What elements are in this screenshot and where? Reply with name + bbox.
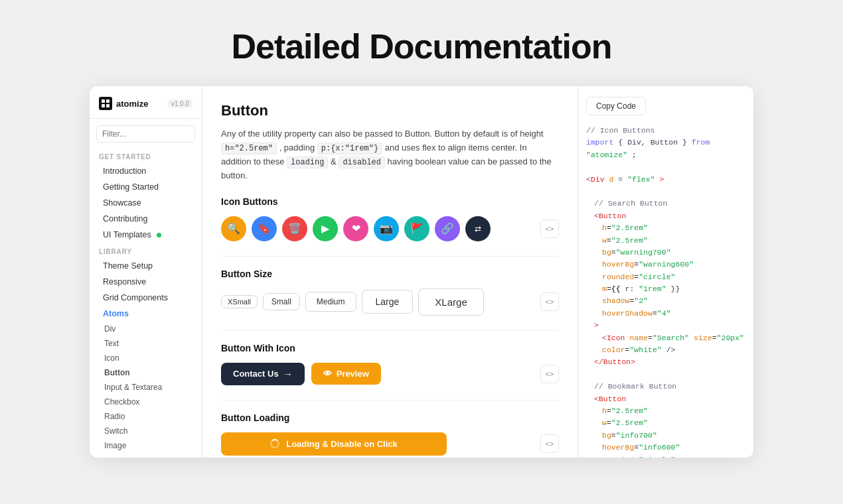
sidebar-sub-input[interactable]: Input & Textarea <box>90 380 202 395</box>
code-attr-m: m={{ r: "1rem" }} <box>602 283 745 295</box>
code-div-open: <Div d = "flex" > <box>586 174 745 186</box>
code-comment-3: // Bookmark Button <box>594 381 745 393</box>
code-attr-w: w="2.5rem" <box>602 235 745 247</box>
library-label: LIBRARY <box>90 243 202 258</box>
code-icon-line: <Icon name="Search" size="20px" color="w… <box>602 332 745 357</box>
btn-with-icon-list: Contact Us → 👁 Preview <box>221 363 381 385</box>
desc-code2: p:{x:"1rem"} <box>317 143 382 155</box>
button-with-icon-row: Contact Us → 👁 Preview <> <box>221 363 559 385</box>
sidebar-sub-radio[interactable]: Radio <box>90 409 202 424</box>
preview-button[interactable]: 👁 Preview <box>311 363 381 385</box>
sidebar-item-introduction[interactable]: Introduction <box>94 163 198 179</box>
icon-btn-trash[interactable]: 🗑️ <box>282 216 307 241</box>
svg-rect-2 <box>102 104 105 107</box>
code-attr-shadow: shadow="2" <box>602 295 745 307</box>
loading-spinner-icon <box>270 439 279 448</box>
svg-rect-0 <box>102 99 105 103</box>
sidebar-item-contributing[interactable]: Contributing <box>94 211 198 227</box>
button-size-title: Button Size <box>221 269 559 279</box>
code-btn-open: <Button <box>594 210 745 222</box>
sidebar-section-library: LIBRARY Theme Setup Responsive Grid Comp… <box>90 243 202 322</box>
icon-btn-bookmark[interactable]: 🔖 <box>252 216 277 241</box>
button-icon-expand-btn[interactable]: <> <box>540 365 559 383</box>
icon-buttons-title: Icon Buttons <box>221 196 559 207</box>
button-with-icon-title: Button With Icon <box>221 343 559 353</box>
section-title: Button <box>221 102 559 119</box>
code-btn-close-bracket: > <box>594 320 745 332</box>
divider-2 <box>221 330 559 331</box>
code-import-line: import { Div, Button } from "atomize" ; <box>586 137 745 161</box>
sidebar-section-get-started: GET STARTED Introduction Getting Started… <box>90 148 202 243</box>
sidebar-item-showcase[interactable]: Showcase <box>94 195 198 211</box>
btn-large[interactable]: Large <box>362 290 414 314</box>
btn-medium[interactable]: Medium <box>305 292 356 312</box>
contact-us-button[interactable]: Contact Us → <box>221 363 305 385</box>
logo-version: v1.0.0 <box>168 99 192 108</box>
sidebar-item-responsive[interactable]: Responsive <box>94 274 198 290</box>
sidebar-item-grid-components[interactable]: Grid Components <box>94 290 198 306</box>
code-btn-end: </Button> <box>594 356 745 368</box>
size-buttons-list: XSmall Small Medium Large XLarge <box>221 288 484 316</box>
icon-btn-flag[interactable]: 🚩 <box>404 216 429 241</box>
code-attr-hoverbg: hoverBg="warning600" <box>602 259 745 271</box>
sidebar-sub-div[interactable]: Div <box>90 322 202 336</box>
btn-xlarge[interactable]: XLarge <box>418 288 483 316</box>
code-btn2-open: <Button <box>594 393 745 405</box>
button-size-section: Button Size XSmall Small Medium Large XL… <box>221 269 559 316</box>
svg-rect-3 <box>106 104 110 107</box>
code-panel: Copy Code // Icon Buttons import { Div, … <box>577 86 753 458</box>
sidebar-sub-icon[interactable]: Icon <box>90 351 202 365</box>
logo-text: atomize <box>116 99 148 109</box>
description: Any of the utility property can also be … <box>221 127 559 183</box>
hero-title: Detailed Documentation <box>0 0 843 86</box>
icon-btn-search[interactable]: 🔍 <box>221 216 246 241</box>
icon-btn-link[interactable]: 🔗 <box>435 216 460 241</box>
code-attr-bg: bg="warning700" <box>602 247 745 259</box>
code-comment-2: // Search Button <box>594 198 745 210</box>
loading-expand-btn[interactable]: <> <box>540 434 559 453</box>
button-loading-section: Button Loading Loading & Disable on Clic… <box>221 412 559 456</box>
loading-disable-button[interactable]: Loading & Disable on Click <box>221 432 447 456</box>
divider-3 <box>221 400 559 401</box>
sidebar-filter-input[interactable] <box>96 125 195 143</box>
icon-btn-heart[interactable]: ❤ <box>343 216 368 241</box>
logo-icon <box>99 97 112 110</box>
sidebar-sub-image[interactable]: Image <box>90 438 202 453</box>
icon-btn-play[interactable]: ▶ <box>313 216 338 241</box>
copy-code-button[interactable]: Copy Code <box>586 97 646 115</box>
sidebar-item-theme-setup[interactable]: Theme Setup <box>94 258 198 274</box>
icon-btn-arrows[interactable]: ⇄ <box>465 216 491 241</box>
icon-buttons-section: Icon Buttons 🔍 🔖 🗑️ ▶ ❤ 📷 🚩 🔗 ⇄ <> <box>221 196 559 241</box>
icon-buttons-expand-btn[interactable]: <> <box>540 220 559 238</box>
button-loading-title: Button Loading <box>221 412 559 423</box>
btn-small[interactable]: Small <box>263 293 300 310</box>
code-attr-rounded2: rounded="circle" <box>602 454 745 458</box>
code-attr-h2: h="2.5rem" <box>602 405 745 417</box>
sidebar-item-ui-templates[interactable]: UI Templates <box>94 227 198 243</box>
sidebar-sub-switch[interactable]: Switch <box>90 424 202 438</box>
button-size-row: XSmall Small Medium Large XLarge <> <box>221 288 559 316</box>
code-attr-hovershadow: hoverShadow="4" <box>602 308 745 320</box>
desc-code3: loading <box>287 157 328 168</box>
code-attr-h: h="2.5rem" <box>602 222 745 234</box>
button-size-expand-btn[interactable]: <> <box>540 292 559 311</box>
btn-xsmall[interactable]: XSmall <box>221 295 258 308</box>
main-content: Button Any of the utility property can a… <box>202 86 577 458</box>
code-attr-hoverbg2: hoverBg="info600" <box>602 442 745 454</box>
page-wrapper: Detailed Documentation atomize v1.0.0 G <box>0 0 843 504</box>
button-with-icon-section: Button With Icon Contact Us → 👁 Preview … <box>221 343 559 385</box>
sidebar-logo: atomize v1.0.0 <box>90 97 202 119</box>
icon-btn-camera[interactable]: 📷 <box>374 216 399 241</box>
sidebar-sub-text[interactable]: Text <box>90 336 202 351</box>
sidebar-item-getting-started[interactable]: Getting Started <box>94 179 198 195</box>
code-attr-w2: w="2.5rem" <box>602 417 745 429</box>
desc-code4: disabled <box>339 157 385 168</box>
sidebar-sub-checkbox[interactable]: Checkbox <box>90 395 202 409</box>
button-loading-row: Loading & Disable on Click <> <box>221 432 559 456</box>
app-frame: atomize v1.0.0 GET STARTED Introduction … <box>90 86 753 458</box>
get-started-label: GET STARTED <box>90 148 202 163</box>
sidebar-sub-button[interactable]: Button <box>90 365 202 380</box>
code-attr-bg2: bg="info700" <box>602 430 745 442</box>
sidebar-item-atoms[interactable]: Atoms <box>94 306 198 322</box>
icon-buttons-row: 🔍 🔖 🗑️ ▶ ❤ 📷 🚩 🔗 ⇄ <> <box>221 216 559 241</box>
